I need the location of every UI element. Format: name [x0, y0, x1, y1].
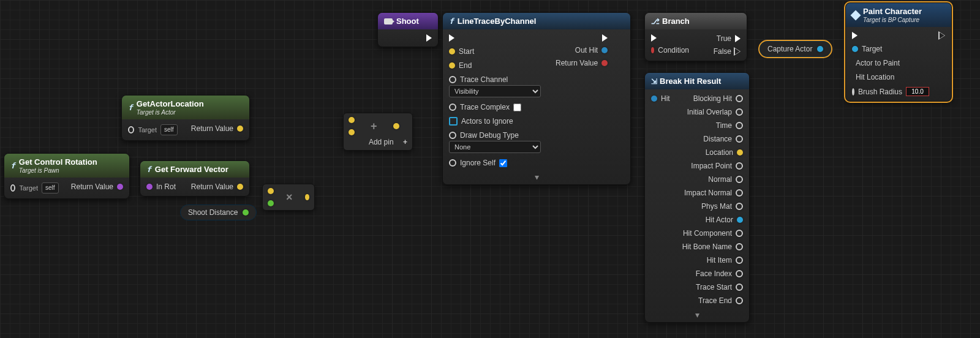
node-get-actor-location[interactable]: f GetActorLocation Target is Actor Targe… [121, 95, 250, 141]
pin-phys-mat[interactable]: Phys Mat [701, 202, 743, 211]
multiply-icon: × [286, 191, 293, 204]
pin-trace-complex[interactable]: Trace Complex [449, 103, 541, 111]
node-title: LineTraceByChannel [458, 17, 537, 26]
pin-end[interactable]: End [449, 61, 541, 70]
node-get-control-rotation[interactable]: f Get Control Rotation Target is Pawn Ta… [4, 153, 130, 199]
pin-face-index[interactable]: Face Index [696, 269, 743, 278]
node-header: Shoot [378, 13, 438, 29]
function-icon: f [128, 103, 133, 112]
pin-exec-out[interactable] [940, 32, 945, 39]
add-icon: + [371, 120, 377, 133]
node-title: Branch [662, 17, 690, 26]
node-header: f LineTraceByChannel [443, 13, 630, 29]
pin-in-rot[interactable]: In Rot [146, 182, 183, 191]
function-icon: f [10, 161, 15, 170]
pin-start[interactable]: Start [449, 47, 541, 56]
node-shoot-event[interactable]: Shoot [377, 12, 439, 47]
pin-normal[interactable]: Normal [708, 175, 743, 184]
pin-target[interactable]: Target self [10, 182, 59, 193]
function-icon: f [449, 17, 454, 26]
pin-trace-start[interactable]: Trace Start [696, 283, 743, 291]
pin-a[interactable] [349, 117, 355, 123]
pin-actor-to-paint[interactable]: Actor to Paint [852, 59, 894, 67]
node-header: ⎇ Branch [645, 13, 747, 29]
pin-trace-end[interactable]: Trace End [698, 296, 743, 305]
pin-impact-point[interactable]: Impact Point [691, 162, 743, 170]
pin-hit-location[interactable]: Hit Location [852, 73, 894, 81]
pin-out-hit[interactable]: Out Hit [575, 46, 608, 54]
pin-return-value[interactable]: Return Value [556, 59, 608, 67]
variable-shoot-distance[interactable]: Shoot Distance [180, 205, 257, 220]
pin-b[interactable] [268, 200, 274, 206]
pin-exec-out[interactable] [426, 34, 432, 42]
pin-exec-in[interactable] [449, 34, 541, 42]
pin-location[interactable]: Location [706, 148, 743, 157]
node-break-hit-result[interactable]: ⇲ Break Hit Result Hit Blocking HitIniti… [644, 72, 750, 323]
pin-false[interactable]: False [714, 47, 741, 56]
node-header: Paint Character Target is BP Capture [846, 3, 951, 27]
expand-node-button[interactable]: ▾ [443, 172, 630, 184]
node-subtitle: Target is Actor [137, 109, 204, 116]
pin-out[interactable] [305, 194, 309, 200]
pin-a[interactable] [268, 188, 274, 194]
pin-brush-radius[interactable]: Brush Radius [852, 87, 894, 96]
pin-initial-overlap[interactable]: Initial Overlap [687, 108, 743, 116]
pin-hit[interactable]: Hit [651, 94, 688, 103]
pin-hit-actor[interactable]: Hit Actor [706, 216, 743, 224]
variable-label: Shoot Distance [188, 208, 238, 217]
pin-hit-bone-name[interactable]: Hit Bone Name [682, 242, 743, 251]
pin-target[interactable]: Target [852, 45, 894, 53]
input-trace-channel[interactable]: Trace Channel Visibility [449, 75, 541, 97]
pin-actors-to-ignore[interactable]: Actors to Ignore [449, 117, 541, 126]
node-title: GetActorLocation [137, 99, 204, 108]
pin-output[interactable] [817, 46, 823, 52]
pin-exec-in[interactable] [651, 34, 689, 42]
add-pin-button[interactable]: Add pin + [349, 138, 407, 146]
node-title: Paint Character [863, 7, 922, 16]
variable-capture-actor[interactable]: Capture Actor [760, 41, 831, 57]
pin-condition[interactable]: Condition [651, 46, 689, 54]
variable-label: Capture Actor [767, 45, 812, 53]
node-header: f GetActorLocation Target is Actor [122, 96, 249, 119]
expand-node-button[interactable]: ▾ [645, 310, 749, 322]
node-header: f Get Control Rotation Target is Pawn [4, 154, 129, 178]
pin-return-value[interactable]: Return Value [191, 124, 243, 133]
pin-time[interactable]: Time [716, 121, 743, 130]
ignore-self-checkbox[interactable] [499, 159, 507, 167]
pin-exec-out[interactable] [602, 34, 608, 42]
pin-blocking-hit[interactable]: Blocking Hit [693, 94, 743, 103]
trace-complex-checkbox[interactable] [513, 103, 521, 111]
pin-output[interactable] [243, 209, 249, 216]
node-branch[interactable]: ⎇ Branch Condition True False [644, 12, 747, 61]
draw-debug-select[interactable]: None [449, 141, 541, 153]
pin-b[interactable] [349, 129, 355, 135]
node-subtitle: Target is Pawn [19, 167, 97, 174]
node-get-forward-vector[interactable]: f Get Forward Vector In Rot Return Value [140, 160, 250, 197]
function-call-icon [851, 10, 861, 20]
pin-target[interactable]: Target self [128, 124, 178, 135]
node-header: f Get Forward Vector [140, 161, 249, 178]
node-subtitle: Target is BP Capture [863, 17, 922, 23]
struct-break-icon: ⇲ [651, 77, 656, 86]
event-icon [384, 18, 393, 24]
node-paint-character[interactable]: Paint Character Target is BP Capture Tar… [845, 2, 952, 102]
node-title: Shoot [396, 17, 419, 26]
pin-hit-component[interactable]: Hit Component [683, 229, 743, 238]
pin-distance[interactable]: Distance [703, 135, 743, 143]
pin-exec-in[interactable] [852, 32, 894, 39]
input-draw-debug-type[interactable]: Draw Debug Type None [449, 131, 541, 153]
pin-ignore-self[interactable]: Ignore Self [449, 159, 541, 167]
pin-true[interactable]: True [717, 34, 741, 43]
trace-channel-select[interactable]: Visibility [449, 85, 541, 97]
node-title: Break Hit Result [660, 77, 721, 86]
pin-return-value[interactable]: Return Value [191, 182, 243, 191]
pin-hit-item[interactable]: Hit Item [707, 256, 743, 265]
pin-return-value[interactable]: Return Value [71, 182, 123, 191]
node-add[interactable]: + Add pin + [343, 113, 413, 151]
pin-out[interactable] [393, 123, 399, 129]
node-multiply[interactable]: × [262, 184, 315, 211]
node-header: ⇲ Break Hit Result [645, 73, 749, 89]
node-line-trace-by-channel[interactable]: f LineTraceByChannel Start End Trace Cha… [442, 12, 631, 185]
function-icon: f [146, 165, 151, 174]
pin-impact-normal[interactable]: Impact Normal [684, 189, 743, 197]
